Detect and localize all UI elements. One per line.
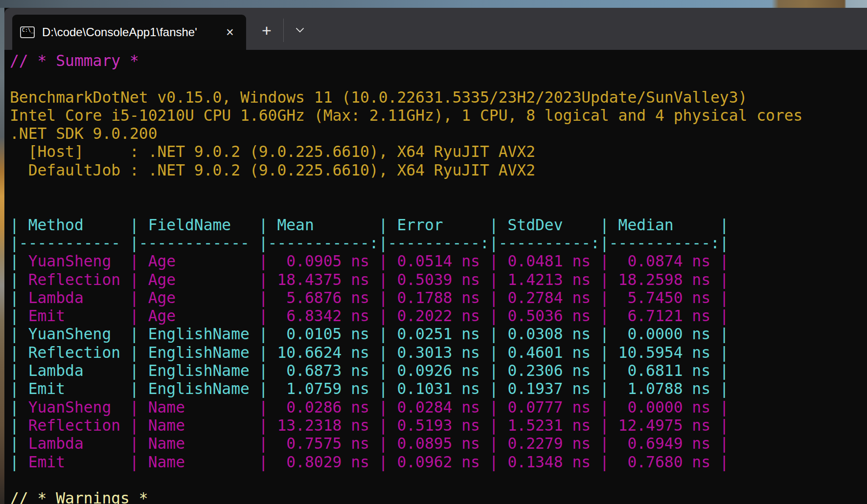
table-row: | Emit | Age | 6.8342 ns | 0.2022 ns | 0…: [10, 307, 867, 325]
chevron-down-icon: [293, 23, 307, 38]
table-row: | YuanSheng | Age | 0.0905 ns | 0.0514 n…: [10, 252, 867, 270]
env-line: .NET SDK 9.0.200: [10, 125, 867, 143]
terminal-tab[interactable]: C:\_ D:\code\ConsoleApp1\fanshe' ×: [12, 15, 246, 50]
table-row-text: YuanSheng | Name | 0.0286 ns | 0.0284 ns…: [19, 398, 729, 416]
blank-line: [10, 471, 867, 489]
desktop-wallpaper-left-strip: [0, 8, 4, 504]
terminal-window: C:\_ D:\code\ConsoleApp1\fanshe' × + // …: [4, 8, 867, 504]
table-row-leading-pipe: |: [10, 453, 19, 471]
env-line: [Host] : .NET 9.0.2 (9.0.225.6610), X64 …: [10, 143, 867, 161]
table-row: | Reflection | Age | 18.4375 ns | 0.5039…: [10, 271, 867, 289]
table-row-text: Emit | Name | 0.8029 ns | 0.0962 ns | 0.…: [19, 453, 729, 471]
close-tab-button[interactable]: ×: [222, 24, 238, 41]
table-row-text: Reflection | EnglishName | 10.6624 ns | …: [19, 344, 729, 361]
table-row: | Emit | Name | 0.8029 ns | 0.0962 ns | …: [10, 453, 867, 471]
table-row-text: Emit | EnglishName | 1.0759 ns | 0.1031 …: [19, 380, 729, 397]
env-line: Intel Core i5-10210U CPU 1.60GHz (Max: 2…: [10, 107, 867, 125]
table-block: | Method | FieldName | Mean | Error | St…: [10, 216, 867, 471]
close-icon: ×: [226, 25, 234, 40]
plus-icon: +: [262, 21, 272, 40]
tab-dropdown-button[interactable]: [288, 19, 312, 42]
table-row: | Lambda | EnglishName | 0.6873 ns | 0.0…: [10, 362, 867, 380]
table-row: | YuanSheng | Name | 0.0286 ns | 0.0284 …: [10, 398, 867, 416]
env-block: BenchmarkDotNet v0.15.0, Windows 11 (10.…: [10, 88, 867, 179]
terminal-viewport[interactable]: // * Summary * BenchmarkDotNet v0.15.0, …: [4, 50, 867, 504]
table-row: | Reflection | EnglishName | 10.6624 ns …: [10, 344, 867, 362]
tab-title: D:\code\ConsoleApp1\fanshe': [42, 25, 197, 39]
table-header-line: | Method | FieldName | Mean | Error | St…: [10, 216, 867, 234]
table-row-text: Emit | Age | 6.8342 ns | 0.2022 ns | 0.5…: [19, 307, 729, 325]
tabbar-divider: [283, 19, 284, 42]
table-row: | Lambda | Age | 5.6876 ns | 0.1788 ns |…: [10, 289, 867, 307]
env-line: DefaultJob : .NET 9.0.2 (9.0.225.6610), …: [10, 161, 867, 179]
table-row-leading-pipe: |: [10, 252, 19, 270]
tab-bar: C:\_ D:\code\ConsoleApp1\fanshe' × +: [4, 8, 867, 50]
table-row-text: YuanSheng | Age | 0.0905 ns | 0.0514 ns …: [19, 252, 729, 270]
table-row: | YuanSheng | EnglishName | 0.0105 ns | …: [10, 325, 867, 343]
table-row-text: Lambda | EnglishName | 0.6873 ns | 0.092…: [19, 362, 729, 379]
table-row-leading-pipe: |: [10, 362, 19, 379]
table-row-leading-pipe: |: [10, 380, 19, 397]
blank-line: [10, 70, 867, 88]
table-row: | Reflection | Name | 13.2318 ns | 0.519…: [10, 416, 867, 435]
table-row-leading-pipe: |: [10, 307, 19, 325]
table-row-text: Lambda | Name | 0.7575 ns | 0.0895 ns | …: [19, 435, 729, 452]
table-row-text: YuanSheng | EnglishName | 0.0105 ns | 0.…: [19, 325, 729, 343]
table-row-leading-pipe: |: [10, 325, 19, 343]
desktop-wallpaper-top-strip: [0, 0, 867, 8]
table-row-leading-pipe: |: [10, 416, 19, 434]
new-tab-button[interactable]: +: [255, 19, 278, 42]
table-row-leading-pipe: |: [10, 435, 19, 452]
blank-line: [10, 179, 867, 197]
table-row: | Emit | EnglishName | 1.0759 ns | 0.103…: [10, 380, 867, 398]
cmd-icon: C:\_: [20, 26, 35, 38]
table-row-leading-pipe: |: [10, 289, 19, 307]
summary-header: // * Summary *: [10, 52, 867, 70]
table-row-text: Reflection | Age | 18.4375 ns | 0.5039 n…: [19, 271, 729, 288]
table-row-leading-pipe: |: [10, 271, 19, 288]
warnings-header: // * Warnings *: [10, 489, 867, 504]
table-row-text: Lambda | Age | 5.6876 ns | 0.1788 ns | 0…: [19, 289, 729, 307]
blank-line: [10, 197, 867, 216]
env-line: BenchmarkDotNet v0.15.0, Windows 11 (10.…: [10, 88, 867, 107]
table-row-leading-pipe: |: [10, 344, 19, 361]
table-row-leading-pipe: |: [10, 398, 19, 416]
table-separator-line: |----------- |------------ |-----------:…: [10, 234, 867, 252]
table-row: | Lambda | Name | 0.7575 ns | 0.0895 ns …: [10, 435, 867, 453]
table-row-text: Reflection | Name | 13.2318 ns | 0.5193 …: [19, 416, 729, 434]
